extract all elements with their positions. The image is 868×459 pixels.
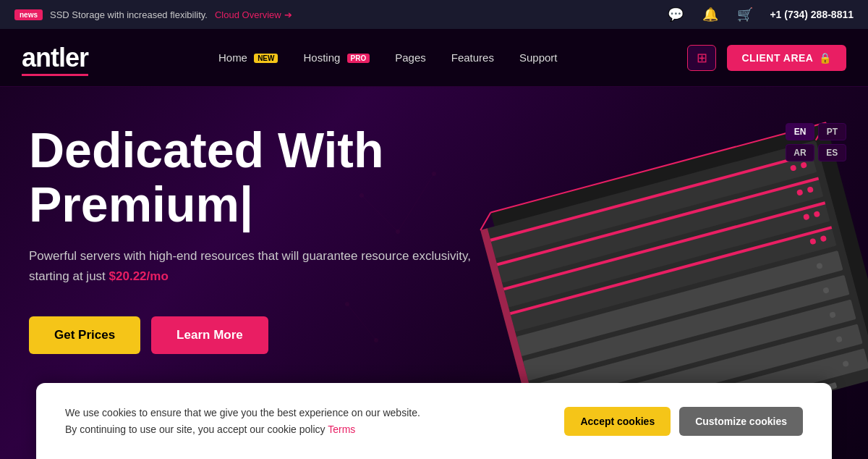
phone-number: +1 (734) 288-8811	[770, 9, 854, 20]
hero-buttons: Get Prices Learn More	[29, 316, 477, 354]
nav-link-pages[interactable]: Pages	[395, 51, 426, 64]
announcement-left: news SSD Storage with increased flexibil…	[14, 9, 292, 20]
nav-item-features[interactable]: Features	[451, 51, 494, 64]
nav-item-support[interactable]: Support	[519, 51, 558, 64]
nav-link-home[interactable]: Home NEW	[218, 51, 278, 64]
hero-section: Dedicated With Premium| Powerful servers…	[0, 87, 868, 459]
nav-item-pages[interactable]: Pages	[395, 51, 426, 64]
nav-right: ⊞ CLIENT AREA 🔒	[687, 45, 846, 71]
main-nav: antler Home NEW Hosting PRO Pages Featur…	[0, 29, 868, 87]
arrow-icon: ➔	[284, 9, 292, 20]
hero-content: Dedicated With Premium| Powerful servers…	[29, 123, 477, 354]
cart-icon[interactable]: 🛒	[735, 4, 755, 25]
chat-icon[interactable]: 💬	[665, 4, 686, 25]
announcement-bar: news SSD Storage with increased flexibil…	[0, 0, 868, 29]
announcement-text: SSD Storage with increased flexibility.	[50, 9, 208, 20]
hero-subtitle: Powerful servers with high-end resources…	[29, 246, 477, 288]
lock-icon: 🔒	[819, 52, 832, 64]
accept-cookies-button[interactable]: Accept cookies	[564, 407, 671, 436]
cookie-actions: Accept cookies Customize cookies	[564, 407, 803, 436]
learn-more-button[interactable]: Learn More	[151, 316, 268, 354]
nav-badge-new: NEW	[254, 54, 278, 63]
client-area-button[interactable]: CLIENT AREA 🔒	[727, 45, 846, 71]
lang-es-button[interactable]: ES	[818, 144, 846, 161]
bell-icon[interactable]: 🔔	[700, 4, 720, 25]
site-logo[interactable]: antler	[22, 43, 88, 73]
panel-toggle-icon[interactable]: ⊞	[687, 45, 716, 71]
get-prices-button[interactable]: Get Prices	[29, 316, 140, 354]
language-switcher: EN PT AR ES	[786, 123, 846, 161]
hero-price: $20.22/mo	[109, 269, 169, 283]
news-badge: news	[14, 9, 43, 20]
nav-links: Home NEW Hosting PRO Pages Features Supp…	[218, 51, 558, 64]
lang-en-button[interactable]: EN	[786, 123, 814, 140]
nav-badge-pro: PRO	[347, 54, 370, 63]
nav-item-home[interactable]: Home NEW	[218, 51, 278, 64]
cookie-terms-link[interactable]: Terms	[328, 424, 355, 435]
lang-pt-button[interactable]: PT	[818, 123, 846, 140]
announcement-right: 💬 🔔 🛒 +1 (734) 288-8811	[665, 4, 854, 25]
nav-link-features[interactable]: Features	[451, 51, 494, 64]
cookie-banner: We use cookies to ensure that we give yo…	[36, 383, 832, 459]
nav-item-hosting[interactable]: Hosting PRO	[303, 51, 370, 64]
cookie-text: We use cookies to ensure that we give yo…	[65, 405, 535, 437]
nav-link-support[interactable]: Support	[519, 51, 558, 64]
hero-title: Dedicated With Premium|	[29, 123, 477, 232]
nav-link-hosting[interactable]: Hosting PRO	[303, 51, 370, 64]
customize-cookies-button[interactable]: Customize cookies	[679, 407, 803, 436]
cloud-overview-link[interactable]: Cloud Overview ➔	[215, 9, 292, 20]
lang-ar-button[interactable]: AR	[786, 144, 814, 161]
